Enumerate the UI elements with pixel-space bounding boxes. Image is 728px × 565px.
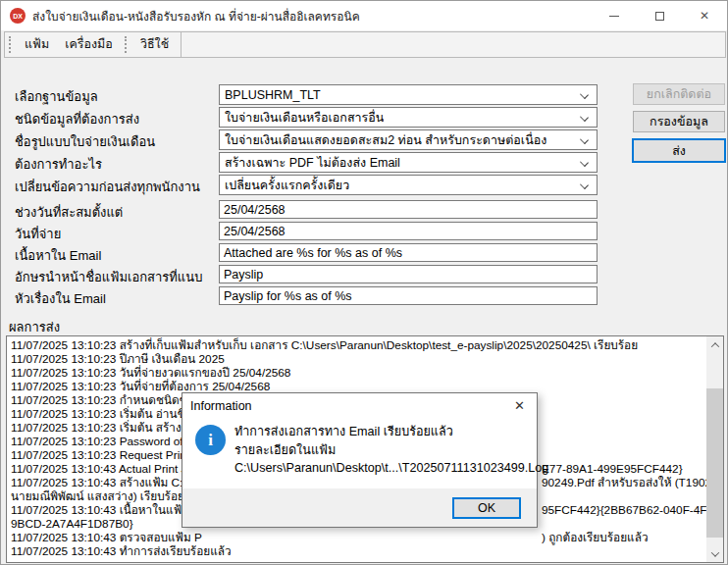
app-icon: DX: [10, 8, 26, 24]
cancel-connect-button: ยกเลิกติดต่อ: [633, 83, 725, 105]
log-title: ผลการส่ง: [9, 317, 60, 337]
log-line: 11/07/2025 13:10:43 ตรวจสอบแฟ้ม P) ถูกต้…: [11, 531, 705, 544]
toolbar-grip: [125, 36, 128, 53]
scrollbar-thumb[interactable]: [706, 388, 723, 538]
title-bar: DX ส่งใบจ่ายเงินเดือน-หนังสือรับรองหัก ณ…: [1, 1, 727, 30]
pay-date-input[interactable]: [219, 222, 598, 240]
dialog-title: Information: [190, 399, 252, 413]
window-title: ส่งใบจ่ายเงินเดือน-หนังสือรับรองหัก ณ ที…: [32, 7, 360, 26]
dialog-close-icon[interactable]: ✕: [514, 398, 525, 413]
pay-date-label: วันที่จ่าย: [15, 224, 61, 244]
log-line: 11/07/2025 13:10:23 ปีภาษี เงินเดือน 202…: [11, 352, 705, 366]
email-body-input[interactable]: [219, 243, 598, 262]
payslip-format-label: ชื่อรูปแบบใบจ่ายเงินเดือน: [15, 131, 155, 152]
chevron-down-icon: [580, 158, 589, 167]
minimize-button[interactable]: [592, 1, 637, 30]
change-message-value: เปลี่ยนครั้งแรกครั้งเดียว: [225, 176, 349, 195]
attachment-prefix-input[interactable]: [219, 265, 598, 283]
payslip-format-value: ใบจ่ายเงินเดือนแสดงยอดสะสม2 ท่อน สำหรับก…: [225, 130, 546, 150]
database-value: BPLUSHRM_TLT: [225, 88, 321, 102]
close-icon: ✕: [700, 10, 709, 22]
menu-tools[interactable]: เครื่องมือ: [57, 30, 121, 59]
payslip-format-select[interactable]: ใบจ่ายเงินเดือนแสดงยอดสะสม2 ท่อน สำหรับก…: [219, 129, 598, 150]
chevron-down-icon: [580, 113, 589, 122]
maximize-button[interactable]: [637, 1, 682, 30]
app-icon-text: DX: [13, 13, 23, 20]
log-line: 11/07/2025 13:10:23 สร้างที่เก็บแฟ้มสำหร…: [11, 338, 705, 352]
send-button[interactable]: ส่ง: [632, 138, 726, 163]
database-select[interactable]: BPLUSHRM_TLT: [219, 84, 598, 105]
log-line: 11/07/2025 13:10:43 ทำการส่งเรียบร้อยแล้…: [11, 544, 705, 558]
scroll-down-icon[interactable]: [706, 545, 723, 562]
doc-type-value: ใบจ่ายเงินเดือนหรือเอกสารอื่น: [225, 108, 384, 128]
dialog-message-line1: ทำการส่งเอกสารทาง Email เรียบร้อยแล้ว: [234, 423, 548, 441]
email-subject-label: หัวเรื่องใน Email: [15, 288, 106, 309]
doc-type-select[interactable]: ใบจ่ายเงินเดือนหรือเอกสารอื่น: [219, 107, 598, 128]
chevron-down-icon: [580, 90, 589, 99]
menu-separator: [181, 31, 182, 58]
menu-file[interactable]: แฟ้ม: [17, 30, 57, 59]
email-body-label: เนื้อหาใน Email: [15, 245, 101, 266]
maximize-icon: [655, 12, 664, 21]
dialog-message-line2: รายละเอียดในแฟ้ม: [234, 441, 548, 460]
chevron-down-icon: [580, 180, 589, 189]
chevron-down-icon: [580, 135, 589, 144]
menu-help[interactable]: วิธีใช้: [132, 30, 177, 59]
menu-bar: แฟ้ม เครื่องมือ วิธีใช้: [4, 31, 726, 58]
ok-button[interactable]: OK: [452, 497, 521, 519]
action-value: สร้างเฉพาะ PDF ไม่ต้องส่ง Email: [225, 153, 400, 173]
doc-type-label: ชนิดข้อมูลที่ต้องการส่ง: [15, 109, 139, 129]
dialog-message-line3: C:\Users\Paranun\Desktop\t...\T202507111…: [234, 459, 548, 478]
change-message-label: เปลี่ยนข้อความก่อนส่งทุกพนักงาน: [15, 177, 200, 197]
action-select[interactable]: สร้างเฉพาะ PDF ไม่ต้องส่ง Email: [219, 152, 598, 173]
change-message-select[interactable]: เปลี่ยนครั้งแรกครั้งเดียว: [219, 175, 598, 195]
log-line: 11/07/2025 13:10:23 วันที่จ่ายที่ต้องการ…: [11, 380, 705, 393]
database-label: เลือกฐานข้อมูล: [15, 86, 98, 107]
accumulate-start-date-label: ช่วงวันที่สะสมตั้งแต่: [15, 202, 123, 223]
info-icon: i: [195, 425, 226, 455]
close-button[interactable]: ✕: [682, 1, 727, 30]
attachment-prefix-label: อักษรนำหน้าชื่อแฟ้มเอกสารที่แนบ: [15, 267, 202, 287]
filter-data-button[interactable]: กรองข้อมูล: [633, 111, 725, 132]
info-dialog: Information ✕ i ทำการส่งเอกสารทาง Email …: [182, 392, 538, 528]
app-window: DX ส่งใบจ่ายเงินเดือน-หนังสือรับรองหัก ณ…: [0, 0, 728, 565]
log-scrollbar[interactable]: [706, 336, 723, 562]
dialog-footer: OK: [182, 488, 537, 527]
scroll-up-icon[interactable]: [706, 336, 723, 353]
email-subject-input[interactable]: [219, 286, 598, 305]
dialog-title-bar: Information ✕: [182, 393, 537, 419]
action-label: ต้องการทำอะไร: [15, 154, 102, 175]
accumulate-start-date-input[interactable]: [219, 200, 598, 219]
log-line: 11/07/2025 13:10:23 วันที่จ่ายงวดแรกของป…: [11, 366, 705, 380]
toolbar-grip: [9, 36, 12, 53]
minimize-icon: [609, 16, 619, 17]
